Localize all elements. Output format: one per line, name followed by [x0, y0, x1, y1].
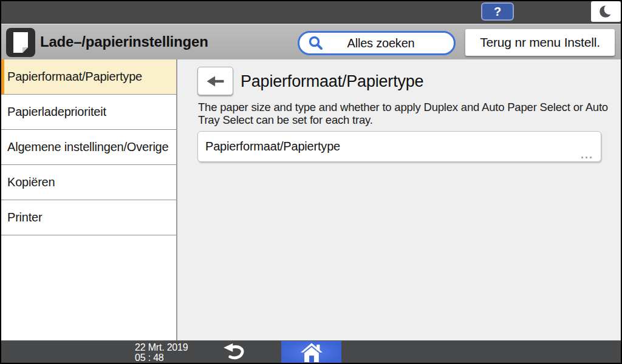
search-placeholder: Alles zoeken — [324, 36, 454, 50]
section-title: Papierformaat/Papiertype — [241, 67, 423, 95]
home-button[interactable] — [281, 341, 341, 364]
more-options-indicator: ... — [581, 149, 593, 161]
app-header: Lade–/papierinstellingen Alles zoeken Te… — [0, 24, 622, 59]
sidebar-item-label: Kopiëren — [7, 175, 55, 189]
sidebar-item-label: Papierformaat/Papiertype — [7, 70, 142, 84]
sidebar-item-printer[interactable]: Printer — [0, 200, 176, 235]
section-description: The paper size and type and whether to a… — [198, 101, 618, 126]
document-icon — [6, 28, 35, 57]
papierformaat-papiertype-button[interactable]: Papierformaat/Papiertype ... — [197, 131, 601, 162]
main-panel: Papierformaat/Papiertype The paper size … — [177, 59, 622, 340]
moon-icon — [598, 4, 614, 19]
content-area: Papierformaat/Papiertype Papierladeprior… — [0, 59, 622, 340]
sidebar-item-kopieren[interactable]: Kopiëren — [0, 165, 176, 200]
page-title: Lade–/papierinstellingen — [40, 24, 208, 59]
home-icon — [300, 343, 323, 363]
time-text: 05 : 48 — [135, 352, 188, 363]
sidebar-item-label: Algemene instellingen/Overige — [7, 140, 168, 154]
sidebar-item-algemene-instellingen[interactable]: Algemene instellingen/Overige — [0, 130, 176, 165]
help-button[interactable]: ? — [481, 2, 514, 21]
search-icon — [308, 35, 324, 51]
sleep-mode-button[interactable] — [591, 1, 621, 22]
return-to-settings-menu-button[interactable]: Terug nr menu Instell. — [465, 29, 615, 56]
arrow-left-icon — [205, 73, 227, 89]
sidebar-item-papierladeprioriteit[interactable]: Papierladeprioriteit — [0, 95, 176, 130]
back-button[interactable] — [197, 67, 233, 95]
datetime-display: 22 Mrt. 2019 05 : 48 — [135, 342, 188, 363]
undo-arrow-icon — [221, 343, 247, 362]
search-input[interactable]: Alles zoeken — [298, 31, 456, 55]
sidebar-item-label: Printer — [7, 211, 43, 224]
back-navigation-button[interactable] — [213, 341, 255, 364]
sidebar-item-papierformaat-papiertype[interactable]: Papierformaat/Papiertype — [0, 59, 176, 95]
settings-sidebar: Papierformaat/Papiertype Papierladeprior… — [0, 59, 176, 340]
sidebar-item-label: Papierladeprioriteit — [7, 105, 106, 119]
setting-button-label: Papierformaat/Papiertype — [205, 132, 340, 161]
system-top-bar: ? — [0, 0, 622, 24]
printer-settings-screen: ? Lade–/papierinstellingen — [0, 0, 622, 364]
system-bottom-bar: 22 Mrt. 2019 05 : 48 — [0, 340, 622, 364]
date-text: 22 Mrt. 2019 — [135, 342, 188, 352]
